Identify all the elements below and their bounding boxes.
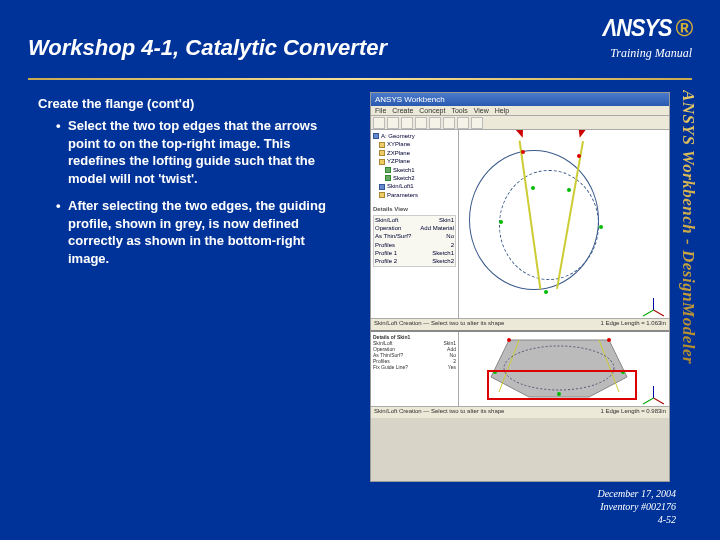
divider-line: [28, 78, 692, 80]
slide-title: Workshop 4-1, Catalytic Converter: [28, 35, 387, 61]
status-bar-lower: Skin/Loft Creation — Select two to alter…: [371, 406, 669, 418]
content-text: Create the flange (cont'd) Select the tw…: [38, 96, 348, 277]
side-label: ANSYS Workbench - DesignModeler: [678, 90, 698, 470]
tree-node[interactable]: Skin/Loft1: [373, 182, 456, 190]
app-menubar: FileCreateConceptToolsViewHelp: [371, 106, 669, 116]
status-bar-upper: Skin/Loft Creation — Select two to alter…: [371, 318, 669, 330]
toolbar-button[interactable]: [387, 117, 399, 129]
lower-3d-view[interactable]: [459, 332, 669, 406]
app-titlebar: ANSYS Workbench: [371, 93, 669, 106]
highlight-box: [487, 370, 637, 400]
footer-date: December 17, 2004: [597, 487, 676, 500]
toolbar-button[interactable]: [457, 117, 469, 129]
tree-node[interactable]: Sketch1: [373, 166, 456, 174]
tree-node[interactable]: XYPlane: [373, 140, 456, 148]
screenshot-embedded: ANSYS Workbench FileCreateConceptToolsVi…: [370, 92, 670, 482]
logo-block: ΛNSYS® Training Manual: [599, 14, 692, 61]
arrow-icon: [576, 130, 586, 139]
toolbar-button[interactable]: [429, 117, 441, 129]
ansys-logo: ΛNSYS®: [599, 14, 692, 42]
toolbar-button[interactable]: [415, 117, 427, 129]
toolbar-button[interactable]: [401, 117, 413, 129]
bullet-2: After selecting the two edges, the guidi…: [56, 197, 348, 267]
details-title: Details View: [373, 205, 456, 213]
tree-root[interactable]: A: Geometry: [373, 132, 456, 140]
tree-node[interactable]: ZXPlane: [373, 149, 456, 157]
svg-point-5: [607, 338, 611, 342]
tree-panel: A: Geometry XYPlane ZXPlane YZPlane Sket…: [371, 130, 459, 318]
svg-point-4: [507, 338, 511, 342]
toolbar-button[interactable]: [443, 117, 455, 129]
tree-node[interactable]: Sketch2: [373, 174, 456, 182]
app-toolbar: [371, 116, 669, 130]
section-title: Create the flange (cont'd): [38, 96, 348, 111]
toolbar-button[interactable]: [373, 117, 385, 129]
training-manual-label: Training Manual: [599, 46, 692, 61]
toolbar-button[interactable]: [471, 117, 483, 129]
footer-inventory: Inventory #002176: [597, 500, 676, 513]
bullet-1: Select the two top edges that the arrows…: [56, 117, 348, 187]
lower-details-panel: Details of Skin1 Skin/LoftSkin1 Operatio…: [371, 332, 459, 406]
triad-icon: [643, 380, 665, 402]
footer-page: 4-52: [597, 513, 676, 526]
upper-3d-view[interactable]: [459, 130, 669, 318]
tree-node[interactable]: YZPlane: [373, 157, 456, 165]
triad-icon: [643, 292, 665, 314]
tree-node[interactable]: Parameters: [373, 191, 456, 199]
slide-footer: December 17, 2004 Inventory #002176 4-52: [597, 487, 676, 526]
arrow-icon: [516, 130, 527, 139]
